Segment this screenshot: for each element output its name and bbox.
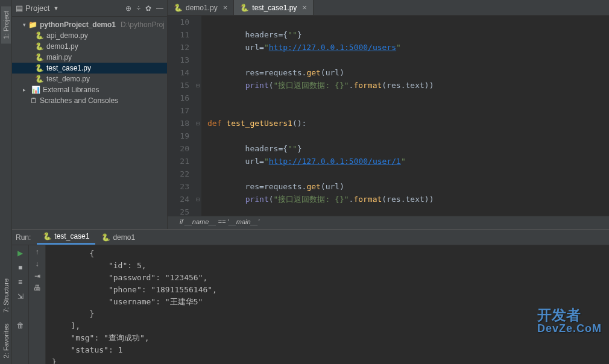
wrap-button[interactable]: ⇥: [34, 272, 40, 280]
editor-tab[interactable]: 🐍 demo1.py ×: [168, 0, 234, 15]
python-file-icon: 🐍: [35, 31, 44, 40]
run-tab-active[interactable]: 🐍test_case1: [37, 230, 95, 245]
python-icon: 🐍: [43, 232, 52, 240]
run-tab[interactable]: 🐍demo1: [95, 231, 141, 244]
python-file-icon: 🐍: [35, 64, 44, 72]
python-file-icon: 🐍: [35, 42, 44, 51]
print-button[interactable]: 🖶: [34, 284, 41, 292]
scratches-item[interactable]: 🗒 Scratches and Consoles: [12, 95, 167, 106]
watermark: 开发者 DevZe.CoM: [537, 307, 602, 335]
settings-icon[interactable]: ✿: [145, 4, 151, 13]
run-toolbar: ▶ ■ ≡ ⇲ 🗑: [12, 245, 29, 364]
close-icon[interactable]: ×: [302, 3, 307, 12]
stop-button[interactable]: ■: [15, 262, 26, 273]
project-panel: ▤ Project ▼ ⊕ ÷ ✿ — ▾ 📁 pythonProject_de…: [12, 0, 168, 229]
file-item[interactable]: 🐍test_demo.py: [12, 74, 167, 84]
project-panel-title: Project: [25, 4, 49, 13]
folder-icon: 📁: [28, 20, 37, 29]
down-button[interactable]: ↓: [36, 260, 39, 268]
editor-tab-active[interactable]: 🐍 test_case1.py ×: [234, 0, 314, 15]
close-icon[interactable]: ×: [223, 3, 228, 12]
file-item[interactable]: 🐍demo1.py: [12, 41, 167, 52]
breadcrumb[interactable]: if __name__ == '__main__': [168, 216, 609, 229]
run-output[interactable]: { "id": 5, "password": "123456", "phone"…: [46, 245, 609, 364]
file-item-selected[interactable]: 🐍test_case1.py: [12, 63, 167, 74]
fold-gutter[interactable]: ⊟⊟⊟: [194, 16, 201, 216]
lib-icon: 📊: [31, 86, 40, 94]
run-toolbar-2: ↑ ↓ ⇥ 🖶: [29, 245, 46, 364]
expand-icon[interactable]: ÷: [136, 4, 140, 13]
python-file-icon: 🐍: [174, 4, 183, 12]
run-header: Run: 🐍test_case1 🐍demo1: [12, 230, 609, 245]
external-libraries[interactable]: ▸📊 External Libraries: [12, 84, 167, 95]
project-tree: ▾ 📁 pythonProject_demo1 D:\pythonProj 🐍a…: [12, 17, 167, 108]
project-panel-header: ▤ Project ▼ ⊕ ÷ ✿ —: [12, 0, 167, 17]
hide-icon[interactable]: —: [156, 4, 163, 13]
editor-tabs: 🐍 demo1.py × 🐍 test_case1.py ×: [168, 0, 609, 16]
up-button[interactable]: ↑: [36, 248, 39, 256]
file-item[interactable]: 🐍api_demo.py: [12, 30, 167, 41]
scratches-icon: 🗒: [30, 96, 37, 105]
favorites-tool-tab[interactable]: 2: Favorites: [1, 319, 11, 363]
python-icon: 🐍: [101, 233, 110, 242]
editor-panel: 🐍 demo1.py × 🐍 test_case1.py × 101112131…: [168, 0, 609, 229]
python-file-icon: 🐍: [240, 4, 249, 12]
structure-tool-tab[interactable]: 7: Structure: [1, 274, 11, 318]
tree-root[interactable]: ▾ 📁 pythonProject_demo1 D:\pythonProj: [12, 19, 167, 30]
file-item[interactable]: 🐍main.py: [12, 52, 167, 63]
python-file-icon: 🐍: [35, 75, 44, 83]
line-number-gutter[interactable]: 10111213141516171819202122232425: [168, 16, 194, 216]
project-select-icon[interactable]: ▤: [16, 4, 23, 13]
tool-window-bar-left: 1: Project 7: Structure 2: Favorites: [0, 0, 12, 364]
code-editor[interactable]: headers={""} url="http://127.0.0.1:5000/…: [201, 16, 609, 216]
project-tool-tab[interactable]: 1: Project: [1, 6, 11, 43]
locate-icon[interactable]: ⊕: [125, 4, 131, 13]
run-tool-window: Run: 🐍test_case1 🐍demo1 ▶ ■ ≡ ⇲ 🗑 ↑ ↓ ⇥ …: [12, 229, 609, 364]
layout-button[interactable]: ≡: [15, 277, 26, 287]
python-file-icon: 🐍: [35, 53, 44, 61]
pin-button[interactable]: ⇲: [15, 291, 26, 302]
close-button[interactable]: [15, 306, 26, 316]
delete-button[interactable]: 🗑: [15, 320, 26, 331]
run-label: Run:: [16, 233, 31, 242]
rerun-button[interactable]: ▶: [15, 248, 26, 259]
